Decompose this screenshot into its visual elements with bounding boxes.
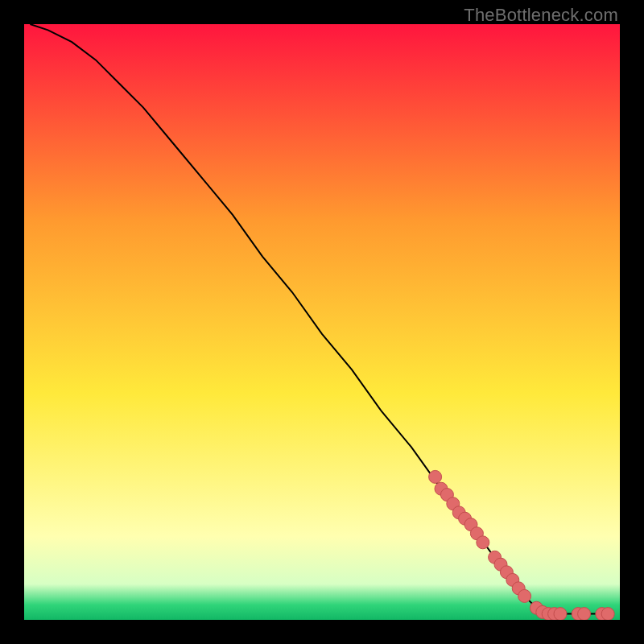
plot-area: [24, 24, 620, 620]
data-marker: [554, 608, 567, 620]
data-marker: [429, 470, 442, 483]
chart-svg: [24, 24, 620, 620]
data-marker: [578, 608, 591, 620]
gradient-rect: [24, 24, 620, 620]
chart-frame: TheBottleneck.com: [0, 0, 644, 644]
attribution-text: TheBottleneck.com: [464, 5, 618, 26]
data-marker: [477, 536, 489, 549]
data-marker: [601, 608, 614, 620]
data-marker: [518, 589, 531, 602]
